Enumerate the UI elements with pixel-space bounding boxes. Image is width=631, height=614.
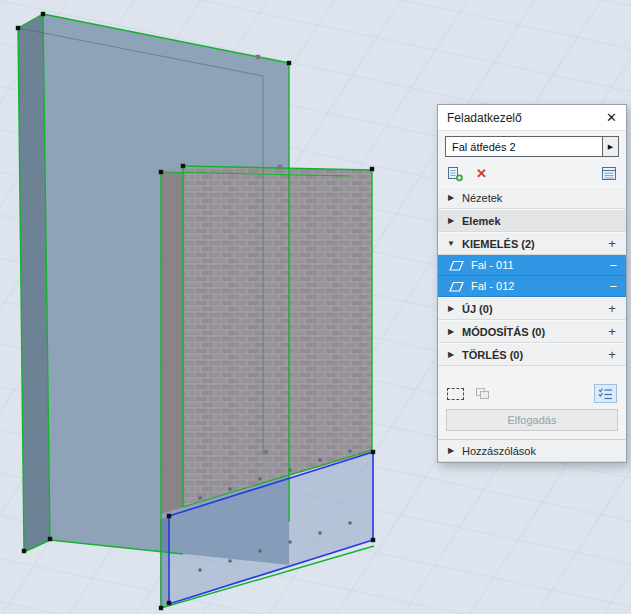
section-elements[interactable]: ▶ Elemek (438, 209, 626, 232)
section-highlight-label: KIEMELÉS (2) (462, 238, 535, 250)
chevron-right-icon[interactable]: ▶ (446, 446, 456, 455)
copy-selection-icon (475, 387, 490, 400)
checklist-filter-icon[interactable] (594, 384, 617, 403)
task-manager-panel: Feladatkezelő ✕ Fal átfedés 2 ▶ ✕ (437, 104, 627, 463)
section-new-label: ÚJ (0) (462, 303, 493, 315)
section-modify-label: MÓDOSÍTÁS (0) (462, 326, 545, 338)
list-item-fal-011[interactable]: Fal - 011 − (438, 255, 626, 276)
remove-item-button[interactable]: − (609, 259, 617, 272)
panel-titlebar: Feladatkezelő ✕ (438, 105, 626, 131)
panel-bottom-toolbar (438, 380, 626, 407)
panel-toolbar: ✕ (438, 161, 626, 186)
section-comments[interactable]: ▶ Hozzászólások (438, 439, 626, 462)
section-elements-label: Elemek (462, 215, 501, 227)
panel-spacer (438, 366, 626, 380)
marquee-select-icon[interactable] (447, 388, 464, 400)
wall-icon (449, 260, 464, 271)
add-item-button[interactable]: + (606, 301, 618, 316)
add-task-icon[interactable] (447, 166, 463, 182)
task-selector-value: Fal átfedés 2 (446, 137, 602, 156)
chevron-right-icon[interactable]: ▶ (446, 216, 456, 225)
section-delete-label: TÖRLÉS (0) (462, 349, 523, 361)
delete-task-icon[interactable]: ✕ (476, 166, 487, 181)
panel-title: Feladatkezelő (447, 111, 606, 125)
list-item-label: Fal - 011 (471, 259, 514, 271)
chevron-down-icon[interactable]: ▼ (446, 239, 456, 248)
wall-icon (449, 281, 464, 292)
task-selector-arrow-icon[interactable]: ▶ (602, 137, 618, 156)
chevron-right-icon[interactable]: ▶ (446, 304, 456, 313)
panel-options-icon[interactable] (601, 166, 617, 181)
list-item-label: Fal - 012 (471, 280, 514, 292)
section-modify[interactable]: ▶ MÓDOSÍTÁS (0) + (438, 320, 626, 343)
section-views-label: Nézetek (462, 192, 502, 204)
add-item-button[interactable]: + (606, 347, 618, 362)
chevron-right-icon[interactable]: ▶ (446, 193, 456, 202)
add-item-button[interactable]: + (606, 324, 618, 339)
section-comments-label: Hozzászólások (462, 445, 536, 457)
accept-button[interactable]: Elfogadás (446, 409, 618, 431)
section-new[interactable]: ▶ ÚJ (0) + (438, 297, 626, 320)
section-views[interactable]: ▶ Nézetek (438, 186, 626, 209)
section-highlight[interactable]: ▼ KIEMELÉS (2) + (438, 232, 626, 255)
list-item-fal-012[interactable]: Fal - 012 − (438, 276, 626, 297)
task-selector[interactable]: Fal átfedés 2 ▶ (445, 136, 619, 157)
chevron-right-icon[interactable]: ▶ (446, 327, 456, 336)
remove-item-button[interactable]: − (609, 280, 617, 293)
chevron-right-icon[interactable]: ▶ (446, 350, 456, 359)
add-item-button[interactable]: + (606, 236, 618, 251)
close-icon[interactable]: ✕ (606, 111, 617, 124)
section-delete[interactable]: ▶ TÖRLÉS (0) + (438, 343, 626, 366)
